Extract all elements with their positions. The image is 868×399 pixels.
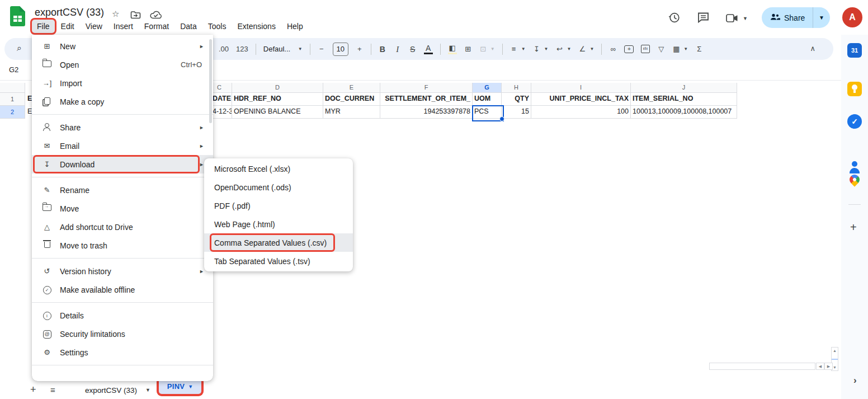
cell-f2[interactable]: 194253397878 — [380, 106, 473, 119]
file-menu-item-download[interactable]: ↧Download► — [32, 155, 213, 173]
file-menu-item-rename[interactable]: ✎Rename — [32, 181, 213, 199]
file-menu-item-label: Import — [60, 79, 205, 88]
file-menu-item-label: Download — [60, 160, 199, 169]
cell-i1[interactable]: UNIT_PRICE_INCL_TAX — [531, 93, 631, 106]
copy-icon — [41, 97, 53, 106]
menu-divider — [32, 177, 213, 177]
sheet-tab-bar: + ≡ exportCSV (33) ▼ PINV ▼ — [0, 382, 841, 399]
horizontal-scrollbar[interactable] — [709, 363, 815, 370]
cell-j1[interactable]: ITEM_SERIAL_NO — [631, 93, 737, 106]
file-menu-item-share[interactable]: Share► — [32, 118, 213, 137]
row-header-2[interactable]: 2 — [0, 106, 25, 119]
file-menu-item-move[interactable]: Move — [32, 199, 213, 218]
rename-pencil-icon: ✎ — [41, 186, 53, 194]
google-tasks-icon[interactable]: ✓ — [847, 114, 862, 129]
add-sheet-icon[interactable]: + — [30, 384, 36, 396]
file-menu-item-version-history[interactable]: ↺Version history► — [32, 262, 213, 280]
download-submenu-item-pdf-pdf[interactable]: PDF (.pdf) — [204, 196, 353, 215]
file-menu-item-label: Settings — [60, 348, 205, 357]
scroll-down-icon[interactable]: ▼ — [833, 365, 837, 369]
file-menu-item-move-to-trash[interactable]: Move to trash — [32, 236, 213, 255]
column-header-d[interactable]: D — [232, 83, 323, 93]
file-menu-item-label: Make available offline — [60, 285, 205, 294]
cell-h2[interactable]: 15 — [502, 106, 531, 119]
menu-divider — [32, 258, 213, 259]
security-icon: @ — [41, 329, 53, 339]
drive-shortcut-icon: △ — [41, 223, 53, 231]
file-menu-item-make-a-copy[interactable]: Make a copy — [32, 92, 213, 111]
sheet-tab-pinv[interactable]: PINV ▼ — [159, 379, 201, 394]
google-sheets-window: exportCSV (33) ☆ FileEditViewInsertForma… — [0, 0, 868, 399]
file-menu-item-email[interactable]: ✉Email► — [32, 137, 213, 155]
column-header-g[interactable]: G — [473, 83, 502, 93]
cell-d1[interactable]: HDR_REF_NO — [232, 93, 323, 106]
cell-h1[interactable]: QTY — [502, 93, 531, 106]
file-menu-item-add-shortcut-to-drive[interactable]: △Add shortcut to Drive — [32, 218, 213, 236]
all-sheets-icon[interactable]: ≡ — [50, 385, 55, 395]
move-folder-icon — [41, 204, 53, 213]
row-header-1[interactable]: 1 — [0, 93, 25, 106]
cell-f1[interactable]: SETTLEMENT_OR_ITEM_ — [380, 93, 473, 106]
cell-i2[interactable]: 100 — [531, 106, 631, 119]
file-menu-item-label: Email — [60, 142, 199, 151]
details-info-icon: i — [41, 311, 53, 320]
file-menu-item-new[interactable]: ⊞New► — [32, 37, 213, 55]
sheet-tab-pinv-caret-icon[interactable]: ▼ — [188, 384, 193, 389]
sheet-tab-caret-icon[interactable]: ▼ — [145, 387, 150, 393]
file-menu-item-label: Move — [60, 204, 205, 213]
file-menu-item-open[interactable]: OpenCtrl+O — [32, 55, 213, 74]
download-submenu-item-comma-separated-values-csv[interactable]: Comma Separated Values (.csv) — [204, 233, 353, 252]
file-menu-item-details[interactable]: iDetails — [32, 306, 213, 325]
side-panel: 31 ✓ + › — [841, 35, 868, 399]
file-menu-item-label: Open — [60, 60, 181, 69]
download-submenu-item-opendocument-ods[interactable]: OpenDocument (.ods) — [204, 178, 353, 196]
sheet-tab-exportcsv[interactable]: exportCSV (33) — [85, 386, 137, 395]
cell-e2[interactable]: MYR — [323, 106, 380, 119]
file-menu-item-label: Move to trash — [60, 241, 205, 250]
vertical-scroll-thumb[interactable] — [832, 359, 838, 360]
cell-d2[interactable]: OPENING BALANCE — [232, 106, 323, 119]
fill-handle[interactable] — [499, 116, 504, 121]
file-menu-item-label: Details — [60, 311, 205, 320]
download-submenu-item-tab-separated-values-tsv[interactable]: Tab Separated Values (.tsv) — [204, 252, 353, 270]
file-menu-item-import[interactable]: →]Import — [32, 74, 213, 92]
file-menu-item-label: Rename — [60, 186, 205, 195]
cell-e1[interactable]: DOC_CURREN — [323, 93, 380, 106]
scroll-left-icon[interactable]: ◀ — [816, 363, 824, 370]
column-header-f[interactable]: F — [380, 83, 473, 93]
column-header-j[interactable]: J — [631, 83, 737, 93]
google-keep-icon[interactable] — [847, 82, 862, 96]
scroll-up-icon[interactable]: ▲ — [833, 349, 837, 353]
file-menu-item-label: Share — [60, 123, 199, 132]
offline-check-icon: ✓ — [41, 285, 53, 294]
google-calendar-icon[interactable]: 31 — [847, 43, 862, 58]
grid-corner-button[interactable] — [0, 83, 25, 93]
file-menu-item-label: Security limitations — [60, 330, 205, 339]
file-menu-item-label: Add shortcut to Drive — [60, 223, 205, 232]
google-contacts-icon[interactable] — [847, 160, 862, 175]
calendar-day-label: 31 — [851, 47, 858, 54]
column-header-h[interactable]: H — [502, 83, 531, 93]
new-spreadsheet-icon: ⊞ — [41, 42, 53, 50]
side-panel-divider — [848, 204, 861, 205]
file-menu-item-security-limitations[interactable]: @Security limitations — [32, 325, 213, 343]
cell-g1[interactable]: UOM — [473, 93, 502, 106]
download-submenu-item-microsoft-excel-xlsx[interactable]: Microsoft Excel (.xlsx) — [204, 159, 353, 178]
expand-side-panel-icon[interactable]: › — [853, 375, 857, 386]
folder-open-icon — [41, 60, 53, 69]
file-menu-item-make-available-offline[interactable]: ✓Make available offline — [32, 280, 213, 299]
column-header-e[interactable]: E — [323, 83, 380, 93]
version-history-icon: ↺ — [41, 267, 53, 275]
submenu-arrow-icon: ► — [199, 269, 204, 274]
column-header-i[interactable]: I — [531, 83, 631, 93]
menu-divider — [32, 302, 213, 303]
trash-icon — [41, 241, 53, 250]
file-menu-item-label: Version history — [60, 267, 199, 276]
download-submenu-item-web-page-html[interactable]: Web Page (.html) — [204, 215, 353, 233]
scroll-right-icon[interactable]: ▶ — [824, 363, 833, 370]
cell-j2[interactable]: 100013,100009,100008,100007 — [631, 106, 737, 119]
file-menu-item-settings[interactable]: ⚙Settings — [32, 343, 213, 362]
file-menu-item-label: New — [60, 42, 199, 51]
google-maps-icon[interactable] — [847, 172, 861, 186]
get-addons-icon[interactable]: + — [850, 221, 857, 234]
